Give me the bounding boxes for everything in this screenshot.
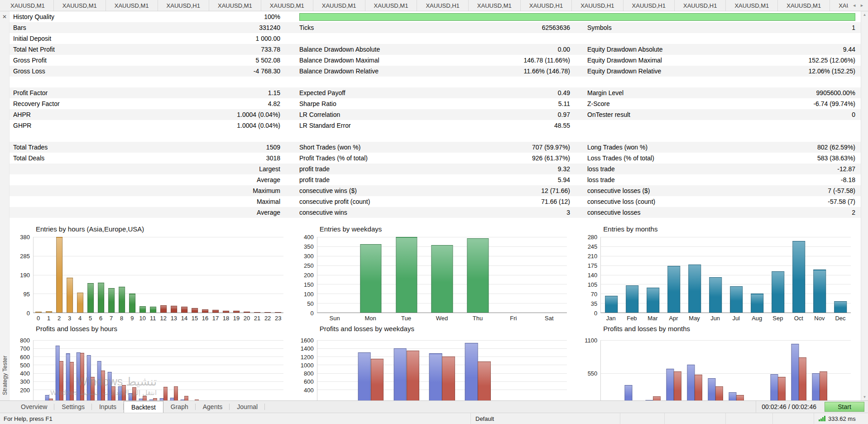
bar-profit [56, 346, 59, 400]
stat-value: 12.06% (152.25) [746, 67, 861, 75]
bar-profit [708, 378, 716, 400]
bar-profit [45, 395, 49, 400]
gridline [34, 256, 283, 256]
status-bar: For Help, press F1 Default 333.62 ms [0, 413, 868, 424]
stat-value: 5.94 [458, 176, 570, 183]
bar-loss [184, 396, 188, 400]
stats-row: GHPR1.0004 (0.04%)LR Standard Error48.55 [10, 120, 861, 131]
chart-tab[interactable]: XAUUSD,M1 [830, 0, 848, 11]
x-axis-label: 15 [192, 315, 198, 322]
bar [36, 312, 42, 313]
x-axis-label: 3 [68, 315, 71, 322]
x-axis-label: 9 [130, 315, 134, 322]
bar-loss [80, 353, 84, 400]
bar-loss [49, 399, 53, 400]
stat-label: consecutive wins ($) [299, 187, 458, 194]
x-axis: SunMonTueWedThuFriSat [317, 313, 567, 322]
start-button[interactable]: Start [825, 402, 864, 412]
chart-tab[interactable]: XAUUSD,M1 [261, 0, 313, 11]
stat-label: Profit Factor [13, 89, 165, 96]
y-axis-label: 400 [304, 234, 314, 240]
stat-value: 146.78 (11.66%) [458, 57, 570, 64]
chart-entries-by-hours: Entries by hours (Asia,Europe,USA) 09519… [10, 224, 293, 322]
chart-tab[interactable]: XAUUSD,M1 [2, 0, 54, 11]
bar [171, 306, 177, 313]
bar-profit [393, 348, 406, 400]
x-axis-label: Sun [330, 315, 340, 322]
y-axis-label: 285 [20, 253, 30, 259]
x-axis-label: 12 [160, 315, 167, 322]
y-axis-label: 0 [27, 310, 30, 316]
y-axis-label: 200 [304, 272, 314, 278]
stat-label: Equity Drawdown Absolute [587, 46, 746, 53]
y-axis-label: 500 [20, 362, 30, 368]
bar-profit [139, 399, 143, 400]
chart-tab[interactable]: XAUUSD,M1 [778, 0, 830, 11]
chart-tab[interactable]: XAUUSD,M1 [726, 0, 778, 11]
chart-tab[interactable]: XAUUSD,H1 [417, 0, 468, 11]
bar [751, 294, 763, 313]
scroll-up-icon[interactable]: ▲ [863, 13, 867, 17]
chart-tab[interactable]: XAUUSD,H1 [675, 0, 726, 11]
y-axis-label: 175 [588, 263, 598, 269]
stat-label: Long Trades (won %) [587, 144, 746, 151]
bar-profit [667, 369, 674, 400]
vertical-scrollbar[interactable]: ▲ ▼ [861, 11, 868, 400]
y-axis-label: 600 [20, 354, 30, 360]
bar [813, 270, 826, 313]
scroll-down-icon[interactable]: ▼ [863, 395, 867, 399]
chart-tab[interactable]: XAUUSD,H1 [521, 0, 572, 11]
stats-row: Bars331240Ticks62563636Symbols1 [10, 22, 861, 33]
tester-tab-backtest[interactable]: Backtest [124, 401, 163, 413]
tester-tab-overview[interactable]: Overview [14, 401, 54, 413]
stat-value: 331240 [165, 24, 280, 31]
stat-label: GHPR [13, 122, 165, 129]
tester-tab-agents[interactable]: Agents [196, 401, 230, 413]
stat-value: 3 [458, 209, 570, 216]
x-axis-label: 22 [264, 315, 271, 322]
tester-tabs: OverviewSettingsInputsBacktestGraphAgent… [14, 401, 265, 413]
tester-tab-journal[interactable]: Journal [230, 401, 265, 413]
bar-profit [625, 385, 633, 400]
close-icon[interactable]: ✕ [2, 14, 7, 19]
bar-loss [371, 359, 384, 400]
bar-loss [101, 371, 105, 400]
chart-tab[interactable]: XAUUSD,M1 [54, 0, 106, 11]
chart-tab[interactable]: XAUUSD,M1 [106, 0, 158, 11]
bar [139, 306, 146, 313]
stat-value: 1.15 [165, 89, 280, 96]
strategy-tester-label: Strategy Tester [1, 356, 8, 395]
backtest-results: History Quality100%Bars331240Ticks625636… [10, 11, 861, 400]
x-axis-label: 23 [275, 315, 281, 322]
x-axis-label: 8 [120, 315, 123, 322]
bar [772, 271, 784, 313]
tester-tab-settings[interactable]: Settings [54, 401, 92, 413]
x-axis-label: Oct [794, 315, 803, 322]
chart-tab[interactable]: XAUUSD,H1 [572, 0, 623, 11]
bar-loss [195, 400, 198, 401]
x-axis-label: Feb [627, 315, 637, 322]
tab-prev-icon[interactable]: ◄ [852, 3, 856, 8]
stats-row: Recovery Factor4.82Sharpe Ratio5.11Z-Sco… [10, 98, 861, 109]
stat-value: 583 (38.63%) [746, 154, 861, 162]
tester-tab-graph[interactable]: Graph [163, 401, 196, 413]
stat-value: 1 000.00 [165, 35, 280, 42]
bar [98, 283, 105, 313]
chart-tab[interactable]: XAUUSD,H1 [158, 0, 209, 11]
stat-value: 4.82 [165, 100, 280, 107]
tester-tab-inputs[interactable]: Inputs [92, 401, 124, 413]
chart-tab[interactable]: XAUUSD,M1 [313, 0, 365, 11]
chart-tab[interactable]: XAUUSD,M1 [469, 0, 521, 11]
chart-tab[interactable]: XAUUSD,M1 [209, 0, 261, 11]
status-profile[interactable]: Default [470, 413, 620, 424]
gridline [601, 340, 851, 341]
y-axis: 050100150200250300350400 [296, 237, 317, 313]
stat-value: 2 [746, 209, 861, 216]
bar [233, 311, 240, 313]
stats-row: Averageconsecutive wins3consecutive loss… [10, 207, 861, 218]
tab-next-icon[interactable]: ► [860, 3, 864, 8]
bar [67, 278, 73, 313]
chart-tab[interactable]: XAUUSD,H1 [623, 0, 675, 11]
chart-tab[interactable]: XAUUSD,M1 [365, 0, 417, 11]
y-axis-label: 35 [591, 301, 597, 307]
